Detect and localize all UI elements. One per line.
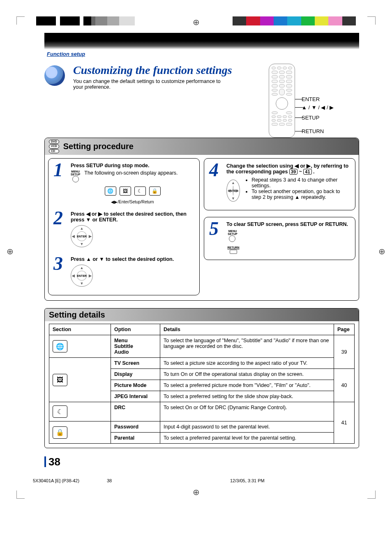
step-2: 2 Press ◀ or ▶ to select the desired sec… <box>53 211 194 250</box>
registration-mark-right: ⊕ <box>378 246 385 256</box>
col-section: Section <box>49 324 111 335</box>
step-lead: To clear SETUP screen, press SETUP or RE… <box>226 221 350 227</box>
step-number: 4 <box>209 163 223 204</box>
step-lead: Press ◀ or ▶ to select the desired secti… <box>71 211 194 223</box>
return-label: RETURN <box>226 246 240 249</box>
return-button-icon <box>230 250 237 254</box>
registration-mark-bottom: ⊕ <box>193 487 200 497</box>
badge-cd: CD <box>49 149 59 153</box>
setting-details-heading: Setting details <box>49 310 105 320</box>
step-number: 5 <box>209 221 223 254</box>
table-row: 🖼 TV Screen To select a picture size acc… <box>49 358 355 369</box>
footer-page: 38 <box>107 478 230 483</box>
step-3: 3 Press ▲ or ▼ to select the desired opt… <box>53 256 194 289</box>
remote-label-return: RETURN <box>302 129 324 134</box>
dpad-icon <box>276 97 288 110</box>
crop-mark-bl <box>16 491 25 499</box>
header-gradient-bar <box>44 33 359 49</box>
step-lead: Press ▲ or ▼ to select the desired optio… <box>71 256 194 262</box>
badge-vcd: VCD <box>49 144 59 148</box>
page-subtitle: You can change the default settings to c… <box>73 78 229 90</box>
table-row: 🌐 Menu Subtitle Audio To select the lang… <box>49 335 355 358</box>
remote-control-illustration <box>269 64 295 138</box>
osd-language-icon: 🌐 <box>105 187 116 196</box>
footer-timestamp: 12/3/05, 3:31 PM <box>230 478 356 483</box>
disc-type-badges: DVD VCD CD <box>49 140 59 153</box>
step-number: 1 <box>53 163 67 204</box>
badge-dvd: DVD <box>49 140 59 144</box>
picture-icon: 🖼 <box>53 374 67 386</box>
step-number: 3 <box>53 256 67 289</box>
col-details: Details <box>160 324 334 335</box>
bw-calibration-strip <box>36 16 135 25</box>
swirl-globe-icon <box>44 65 65 86</box>
osd-picture-icon: 🖼 <box>120 187 131 196</box>
remote-label-setup: SETUP <box>302 115 319 120</box>
setting-details-table: Section Option Details Page 🌐 Menu Subti… <box>49 324 355 444</box>
step-1: 1 Press SETUP during stop mode. MENU SET… <box>53 163 194 204</box>
osd-parental-icon: 🔒 <box>149 187 161 196</box>
enter-dpad-icon: ENTER ▲▼◀▶ <box>226 180 240 202</box>
step-lead: Press SETUP during stop mode. <box>71 163 194 168</box>
crop-mark-br <box>367 491 376 499</box>
step-bullet: To select another operation, go back to … <box>251 189 350 200</box>
color-calibration-strip <box>233 16 356 25</box>
step-body-text: The following on-screen display appears. <box>84 170 178 176</box>
crop-mark-tl <box>16 16 25 25</box>
breadcrumb: Function setup <box>47 51 359 57</box>
remote-label-arrows: ▲ / ▼ / ◀ / ▶ <box>302 105 334 110</box>
table-row: ☾ DRC To select On or Off for DRC (Dynam… <box>49 402 355 421</box>
registration-mark-left: ⊕ <box>7 246 14 256</box>
footer-info: 5X30401A [E] (P38-42) 38 12/3/05, 3:31 P… <box>33 478 356 483</box>
remote-label-enter: ENTER <box>302 97 320 102</box>
step-number: 2 <box>53 211 67 250</box>
page-number: 38 <box>44 456 359 468</box>
lock-icon: 🔒 <box>53 426 67 439</box>
step-lead: Change the selection using ◀ or ▶, by re… <box>226 163 350 175</box>
col-option: Option <box>111 324 160 335</box>
registration-mark-top: ⊕ <box>193 17 200 27</box>
enter-dpad-icon: ENTER ▲▼◀▶ <box>71 265 93 287</box>
menu-setup-label: MENU SETUP <box>71 170 80 176</box>
page-ref-41: 41 <box>303 169 311 175</box>
crop-mark-tr <box>367 16 376 25</box>
setup-button-icon <box>72 176 79 182</box>
osd-audio-icon: ☾ <box>134 187 146 196</box>
bottom-crop-area: ⊕ <box>0 483 392 508</box>
footer-doc-id: 5X30401A [E] (P38-42) <box>33 478 107 483</box>
menu-setup-label: MENU SETUP <box>226 230 239 235</box>
audio-icon: ☾ <box>53 405 67 418</box>
page-title: Customizing the function settings <box>73 64 261 77</box>
setup-button-icon <box>229 235 235 242</box>
enter-dpad-icon: ENTER ▲▼◀▶ <box>71 225 93 247</box>
setting-procedure-heading: Setting procedure <box>63 142 134 151</box>
osd-caption: ◀▶/Enter/Setup/Return <box>71 200 194 204</box>
step-4: 4 Change the selection using ◀ or ▶, by … <box>209 163 350 204</box>
globe-icon: 🌐 <box>53 340 67 352</box>
step-bullet: Repeat steps 3 and 4 to change other set… <box>251 177 350 189</box>
top-crop-area: ⊕ <box>0 0 392 33</box>
col-page: Page <box>334 324 355 335</box>
page-ref-39: 39 <box>289 169 297 175</box>
table-row: 🔒 Password Input 4-digit password to set… <box>49 421 355 433</box>
step-5: 5 To clear SETUP screen, press SETUP or … <box>209 221 350 254</box>
